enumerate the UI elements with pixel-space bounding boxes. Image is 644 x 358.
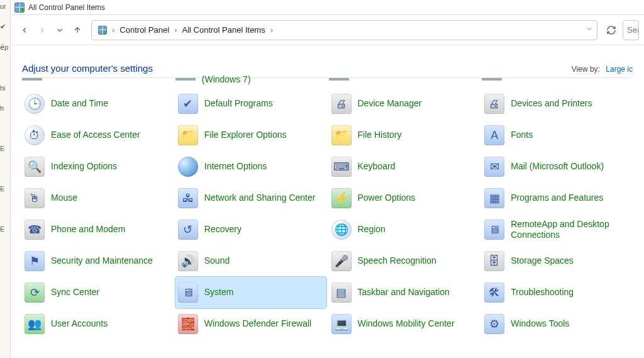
- search-placeholder: Sea: [627, 25, 639, 35]
- navigation-toolbar: › Control Panel › All Control Panel Item…: [11, 15, 644, 45]
- cp-item-file-history[interactable]: File History: [329, 120, 480, 151]
- cp-item-troubleshooting[interactable]: Troubleshooting: [482, 277, 633, 308]
- view-by-label: View by:: [572, 65, 600, 74]
- cut-label: (Windows 7): [202, 74, 251, 84]
- titlebar[interactable]: All Control Panel Items: [11, 0, 644, 15]
- mouse-icon: [23, 187, 46, 210]
- cp-item-windows-mobility-center[interactable]: Windows Mobility Center: [329, 308, 480, 340]
- cp-item-programs-and-features[interactable]: Programs and Features: [482, 182, 633, 214]
- cp-item-network-sharing-center[interactable]: Network and Sharing Center: [175, 182, 326, 214]
- cp-item-label: Devices and Printers: [511, 98, 592, 109]
- windows-tools-icon: [483, 313, 506, 335]
- cp-item-mouse[interactable]: Mouse: [22, 182, 173, 214]
- cp-item-system[interactable]: System: [175, 277, 326, 308]
- cp-item-label: Sound: [204, 255, 230, 267]
- cp-item-label: System: [204, 287, 234, 298]
- cp-item-label: File Explorer Options: [204, 130, 287, 141]
- cp-item-label: Keyboard: [358, 161, 396, 172]
- cp-item-label: Indexing Options: [51, 161, 117, 172]
- cp-item-label: Fonts: [511, 130, 533, 141]
- window-title: All Control Panel Items: [28, 3, 105, 12]
- recent-locations-button[interactable]: [51, 21, 69, 39]
- view-by: View by: Large ic: [572, 65, 633, 74]
- cp-item-label: Device Manager: [358, 98, 422, 109]
- control-panel-window: All Control Panel Items › Control Panel …: [11, 0, 644, 358]
- cp-item-label: Ease of Access Center: [51, 130, 140, 141]
- cp-item-label: Windows Mobility Center: [358, 318, 455, 330]
- region-icon: [330, 218, 353, 241]
- cp-item-label: Mouse: [51, 193, 77, 204]
- cp-item-user-accounts[interactable]: User Accounts: [22, 308, 173, 340]
- mail-outlook-icon: [483, 155, 506, 178]
- cp-item-label: Recovery: [204, 224, 242, 235]
- background-window-strip: ur✔ếp hih E E E: [0, 0, 11, 358]
- cp-item-device-manager[interactable]: Device Manager: [329, 88, 480, 120]
- address-bar-icon: [96, 26, 109, 35]
- keyboard-icon: [330, 155, 353, 178]
- internet-options-icon: [177, 155, 199, 178]
- cp-item-storage-spaces[interactable]: Storage Spaces: [482, 245, 633, 277]
- cp-item-recovery[interactable]: Recovery: [175, 214, 326, 245]
- cp-item-file-explorer-options[interactable]: File Explorer Options: [175, 120, 326, 151]
- cp-item-label: Region: [358, 224, 386, 235]
- cp-item-fonts[interactable]: Fonts: [482, 120, 633, 151]
- cp-item-speech-recognition[interactable]: Speech Recognition: [329, 245, 480, 277]
- cp-item-label: File History: [358, 130, 402, 141]
- refresh-button[interactable]: [602, 21, 620, 39]
- cp-item-label: Power Options: [358, 193, 416, 204]
- cp-item-label: Taskbar and Navigation: [358, 287, 450, 298]
- cp-item-label: Default Programs: [204, 98, 273, 109]
- cp-item-windows-defender-firewall[interactable]: Windows Defender Firewall: [175, 308, 326, 340]
- phone-and-modem-icon: [23, 218, 46, 241]
- windows-mobility-center-icon: [330, 313, 353, 335]
- cp-item-devices-and-printers[interactable]: Devices and Printers: [482, 88, 633, 120]
- cp-item-mail-outlook[interactable]: Mail (Microsoft Outlook): [482, 151, 633, 182]
- cp-item-label: Storage Spaces: [511, 255, 574, 267]
- up-button[interactable]: [69, 21, 86, 39]
- troubleshooting-icon: [483, 281, 506, 304]
- cp-item-label: Date and Time: [51, 98, 108, 109]
- view-by-value[interactable]: Large ic: [606, 65, 633, 74]
- cp-item-date-and-time[interactable]: Date and Time: [22, 88, 173, 120]
- cp-item-sync-center[interactable]: Sync Center: [22, 277, 173, 308]
- system-icon: [177, 281, 199, 304]
- cp-item-power-options[interactable]: Power Options: [329, 182, 480, 214]
- cp-item-label: Sync Center: [51, 287, 99, 298]
- cp-item-region[interactable]: Region: [329, 214, 480, 245]
- address-bar[interactable]: › Control Panel › All Control Panel Item…: [91, 20, 597, 40]
- storage-spaces-icon: [483, 250, 506, 272]
- address-bar-dropdown-icon[interactable]: [586, 25, 593, 35]
- cp-item-default-programs[interactable]: Default Programs: [175, 88, 326, 120]
- remoteapp-desktop-connections-icon: [483, 218, 506, 241]
- back-button[interactable]: [16, 21, 33, 39]
- cp-item-security-and-maintenance[interactable]: Security and Maintenance: [22, 245, 173, 277]
- user-accounts-icon: [23, 313, 46, 335]
- cp-item-indexing-options[interactable]: Indexing Options: [22, 151, 173, 182]
- ease-of-access-center-icon: [23, 124, 46, 147]
- cp-item-sound[interactable]: Sound: [175, 245, 326, 277]
- cp-item-ease-of-access-center[interactable]: Ease of Access Center: [22, 120, 173, 151]
- cp-item-internet-options[interactable]: Internet Options: [175, 151, 326, 182]
- cp-item-label: Speech Recognition: [358, 255, 436, 267]
- cp-item-phone-and-modem[interactable]: Phone and Modem: [22, 214, 173, 245]
- windows-defender-firewall-icon: [177, 313, 199, 335]
- breadcrumb-sep-icon: ›: [109, 25, 117, 35]
- cp-item-label: User Accounts: [51, 318, 108, 330]
- cp-item-windows-tools[interactable]: Windows Tools: [482, 308, 633, 340]
- breadcrumb-control-panel[interactable]: Control Panel: [117, 25, 172, 35]
- speech-recognition-icon: [330, 250, 353, 272]
- file-explorer-options-icon: [177, 124, 199, 147]
- search-input[interactable]: Sea: [623, 20, 639, 40]
- cp-item-keyboard[interactable]: Keyboard: [329, 151, 480, 182]
- network-sharing-center-icon: [177, 187, 199, 210]
- fonts-icon: [483, 124, 506, 147]
- cp-item-taskbar-and-navigation[interactable]: Taskbar and Navigation: [329, 277, 480, 308]
- forward-button[interactable]: [33, 21, 51, 39]
- cp-item-label: Phone and Modem: [51, 224, 125, 235]
- cp-item-label: RemoteApp and Desktop Connections: [511, 219, 631, 241]
- breadcrumb-all-items[interactable]: All Control Panel Items: [179, 25, 267, 35]
- cp-item-remoteapp-desktop-connections[interactable]: RemoteApp and Desktop Connections: [482, 214, 633, 245]
- cp-item-label: Troubleshooting: [511, 287, 574, 298]
- cp-item-label: Windows Tools: [511, 318, 569, 330]
- partial-previous-row: (Windows 7): [22, 74, 633, 84]
